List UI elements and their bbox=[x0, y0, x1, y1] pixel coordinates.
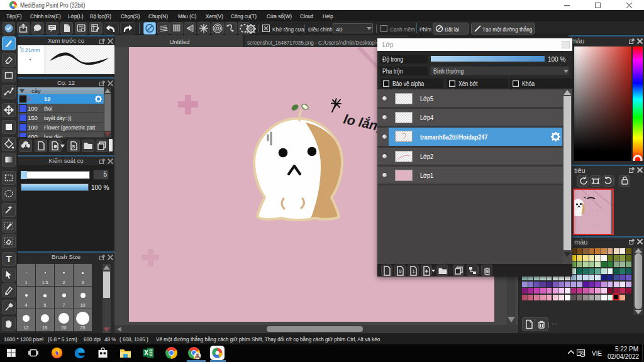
svg-text:S: S bbox=[72, 144, 75, 150]
svg-text:T: T bbox=[6, 253, 11, 264]
svg-text:X: X bbox=[144, 349, 148, 356]
svg-text:1: 1 bbox=[412, 268, 414, 274]
svg-text:8: 8 bbox=[399, 268, 401, 274]
